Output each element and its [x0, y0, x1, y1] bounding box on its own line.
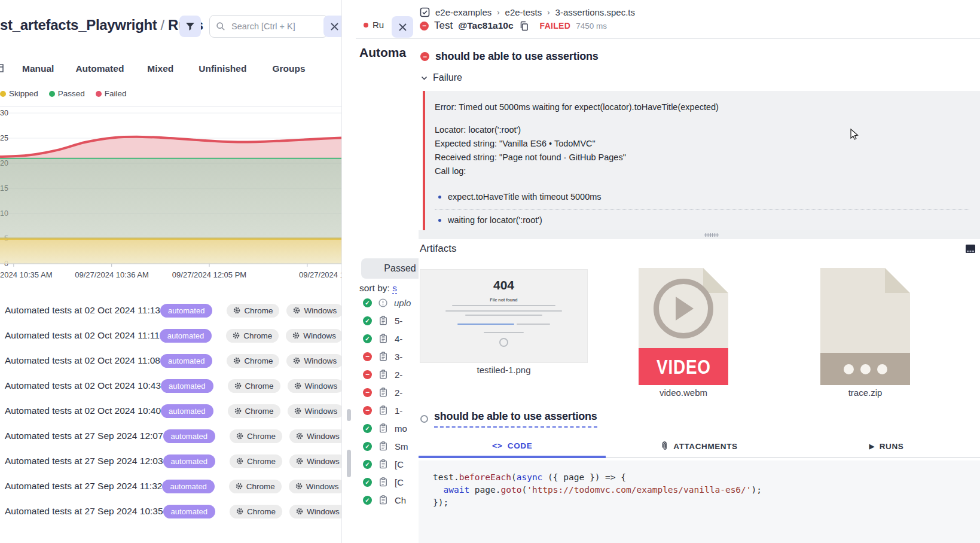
tab-runs[interactable]: ▶ RUNS: [793, 435, 980, 458]
chip-label: Chrome: [245, 382, 274, 391]
breadcrumb-project[interactable]: st_artefacts_Playwright: [0, 17, 157, 33]
run-badge: automated: [163, 429, 215, 443]
scrollbar-thumb[interactable]: [347, 409, 351, 421]
run-title: Automated tests at 02 Oct 2024 11:08: [0, 355, 160, 366]
artifact-trace-file[interactable]: [820, 268, 910, 385]
chip-label: Windows: [305, 407, 338, 416]
legend-item[interactable]: Passed: [49, 89, 85, 98]
gallery-view-button[interactable]: [966, 245, 975, 253]
run-row[interactable]: Automated tests at 02 Oct 2024 11:13 aut…: [0, 298, 341, 323]
test-item-label: 3-: [395, 352, 402, 362]
run-row[interactable]: Automated tests at 02 Oct 2024 10:43 aut…: [0, 373, 341, 398]
x-tick-label: 2024 10:35 AM: [0, 270, 52, 279]
failure-section-toggle[interactable]: Failure: [421, 72, 462, 83]
crumb-subsuite[interactable]: e2e-tests: [505, 7, 542, 17]
legend-item[interactable]: Skipped: [0, 89, 38, 98]
gear-icon: [233, 357, 240, 364]
artifact-video-file[interactable]: VIDEO: [639, 268, 728, 385]
tab-groups[interactable]: Groups: [272, 63, 305, 74]
test-list-item[interactable]: mo: [363, 422, 419, 434]
tab-automated[interactable]: Automated: [75, 63, 124, 74]
tab-unfinished[interactable]: Unfinished: [199, 63, 246, 74]
run-row[interactable]: Automated tests at 02 Oct 2024 10:40 aut…: [0, 398, 341, 423]
github-mark-icon: [499, 338, 508, 347]
os-chip: Windows: [286, 329, 342, 343]
chart-legend: Skipped Passed Failed: [0, 89, 127, 98]
test-item-label: 2-: [395, 370, 402, 380]
test-list-item[interactable]: 1-: [363, 404, 419, 416]
run-tab[interactable]: Ru: [364, 20, 384, 30]
checklist-icon: [420, 7, 430, 17]
chip-label: Chrome: [247, 432, 276, 441]
test-list-item[interactable]: uplo: [363, 297, 419, 309]
run-row[interactable]: Automated tests at 02 Oct 2024 11:08 aut…: [0, 348, 341, 373]
test-list-item[interactable]: Sm: [363, 440, 419, 452]
close-run-button[interactable]: [392, 16, 413, 38]
run-row[interactable]: Automated tests at 02 Oct 2024 11:11 aut…: [0, 323, 341, 348]
test-list-item[interactable]: [C: [363, 476, 419, 488]
call-log-item: expect.toHaveTitle with timeout 5000ms: [435, 187, 969, 210]
test-id: @Tac81a10c: [458, 20, 513, 31]
run-row[interactable]: Automated tests at 27 Sep 2024 11:32 aut…: [0, 474, 341, 499]
test-item-label: 5-: [395, 316, 402, 326]
test-item-label: [C: [395, 477, 404, 487]
gear-icon: [293, 307, 300, 314]
chip-label: Windows: [307, 507, 340, 516]
sort-control: sort by: s: [359, 283, 397, 294]
svg-text:25: 25: [0, 134, 8, 142]
copy-icon[interactable]: [519, 21, 529, 31]
faux-text-line: [517, 324, 550, 325]
test-list-item[interactable]: 2-: [363, 386, 419, 398]
close-search-button[interactable]: [323, 16, 342, 37]
faux-text-line: [445, 310, 562, 312]
crumb-suite[interactable]: e2e-examples: [435, 7, 491, 17]
app: st_artefacts_Playwright/Runs: [0, 0, 980, 543]
artifact-screenshot-thumbnail[interactable]: 404 File not found: [420, 269, 588, 363]
chevron-down-icon: [421, 75, 428, 81]
tab-code[interactable]: <> CODE: [419, 435, 606, 458]
code-icon: <>: [492, 441, 503, 450]
test-list-item[interactable]: 5-: [363, 315, 419, 327]
tab-mixed[interactable]: Mixed: [147, 63, 173, 74]
passed-filter-button[interactable]: Passed: [361, 258, 419, 279]
passed-status-icon: [363, 298, 372, 307]
filter-button[interactable]: [179, 16, 201, 37]
run-row[interactable]: Automated tests at 27 Sep 2024 10:35 aut…: [0, 499, 341, 524]
run-row[interactable]: Automated tests at 27 Sep 2024 12:07 aut…: [0, 423, 341, 449]
dot-icon: [844, 364, 854, 374]
crumb-spec[interactable]: 3-assertions.spec.ts: [555, 7, 635, 17]
run-badge: automated: [161, 379, 213, 393]
x-tick-label: 09/27/2024 10:36 AM: [75, 270, 149, 279]
breadcrumb: e2e-examples › e2e-tests › 3-assertions.…: [420, 7, 635, 17]
test-list-item[interactable]: Ch: [363, 494, 419, 506]
screenshot-404-text: 404: [420, 278, 587, 292]
sort-link[interactable]: s: [392, 283, 397, 294]
clipboard-icon: [378, 495, 388, 505]
legend-dot: [0, 91, 6, 97]
linked-test-title[interactable]: should be able to use assertions: [434, 410, 597, 428]
test-list-item[interactable]: 4-: [363, 332, 419, 344]
artifact-label: video.webm: [639, 388, 728, 398]
legend-item[interactable]: Failed: [96, 89, 127, 98]
clipboard-icon: [378, 441, 388, 451]
call-log-list: expect.toHaveTitle with timeout 5000ms w…: [435, 187, 969, 233]
test-list-item[interactable]: 3-: [363, 350, 419, 362]
test-item-label: Sm: [395, 441, 408, 452]
tab-attachments[interactable]: ATTACHMENTS: [606, 435, 793, 458]
test-item-label: 4-: [395, 334, 402, 344]
clipboard-icon: [378, 370, 388, 379]
tab-manual[interactable]: Manual: [22, 63, 54, 74]
test-item-label: Ch: [395, 495, 406, 505]
test-list-item[interactable]: [C: [363, 458, 419, 470]
search-box[interactable]: [209, 15, 328, 38]
x-tick-label: 09/27/2024 12: [299, 270, 342, 279]
close-icon: [399, 23, 407, 31]
test-list-item[interactable]: 2-: [363, 368, 419, 380]
resize-handle[interactable]: [419, 230, 980, 239]
legend-label: Skipped: [9, 89, 38, 98]
run-row[interactable]: Automated tests at 27 Sep 2024 12:03 aut…: [0, 449, 341, 474]
gear-icon: [234, 382, 242, 389]
play-icon: ▶: [869, 443, 875, 450]
scrollbar-thumb[interactable]: [347, 450, 351, 477]
filter-icon: [185, 22, 195, 31]
